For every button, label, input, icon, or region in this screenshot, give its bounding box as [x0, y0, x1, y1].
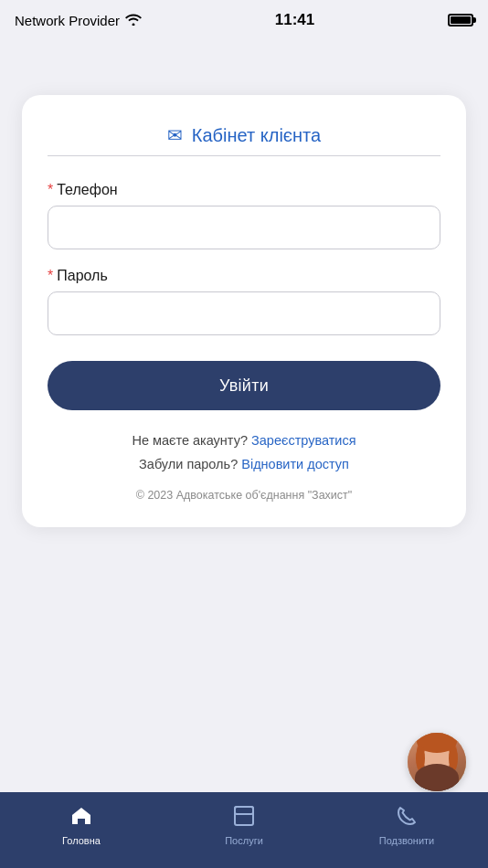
register-link[interactable]: Зареєструватися — [251, 433, 356, 448]
phone-input[interactable] — [48, 206, 440, 249]
password-label: * Пароль — [48, 268, 440, 284]
password-input[interactable] — [48, 291, 440, 335]
bottom-nav: Головна Послуги Подзвонити — [0, 792, 488, 868]
svg-point-3 — [416, 746, 425, 771]
footer-links: Не маєте акаунту? Зареєструватися Забули… — [48, 429, 440, 476]
login-button[interactable]: Увійти — [48, 361, 440, 410]
nav-label-call: Подзвонити — [379, 835, 434, 846]
card-title: Кабінет клієнта — [192, 125, 321, 146]
nav-label-services: Послуги — [225, 835, 263, 846]
password-form-group: * Пароль — [48, 268, 440, 335]
forgot-row: Забули пароль? Відновити доступ — [48, 452, 440, 476]
status-left: Network Provider — [15, 13, 142, 28]
card-title-row: ✉ Кабінет клієнта — [167, 124, 321, 146]
card-header: ✉ Кабінет клієнта — [48, 124, 440, 156]
password-required-star: * — [48, 268, 53, 284]
login-card: ✉ Кабінет клієнта * Телефон * Пароль Уві… — [22, 95, 466, 527]
svg-rect-7 — [235, 807, 253, 825]
no-account-row: Не маєте акаунту? Зареєструватися — [48, 429, 440, 452]
svg-point-4 — [449, 746, 458, 771]
nav-label-home: Головна — [62, 835, 101, 846]
phone-required-star: * — [48, 182, 53, 198]
status-right — [448, 14, 473, 26]
services-icon — [234, 806, 254, 831]
card-divider — [48, 155, 440, 156]
nav-item-call[interactable]: Подзвонити — [325, 806, 488, 846]
main-content: ✉ Кабінет клієнта * Телефон * Пароль Уві… — [0, 40, 488, 527]
battery-icon — [448, 14, 473, 26]
phone-label: * Телефон — [48, 182, 440, 198]
avatar-image — [408, 733, 466, 791]
phone-icon — [397, 806, 417, 831]
nav-item-home[interactable]: Головна — [0, 806, 163, 846]
nav-item-services[interactable]: Послуги — [163, 806, 325, 846]
mail-icon: ✉ — [167, 124, 183, 146]
svg-rect-6 — [431, 773, 442, 782]
svg-rect-8 — [235, 807, 253, 814]
network-provider-label: Network Provider — [15, 13, 120, 28]
avatar[interactable] — [408, 733, 466, 791]
status-bar: Network Provider 11:41 — [0, 0, 488, 40]
copyright: © 2023 Адвокатське об'єднання "Захист" — [48, 489, 440, 502]
status-time: 11:41 — [275, 11, 314, 29]
wifi-icon — [125, 13, 142, 28]
phone-form-group: * Телефон — [48, 182, 440, 249]
svg-point-5 — [415, 775, 459, 791]
home-icon — [70, 806, 92, 831]
restore-link[interactable]: Відновити доступ — [241, 457, 349, 471]
